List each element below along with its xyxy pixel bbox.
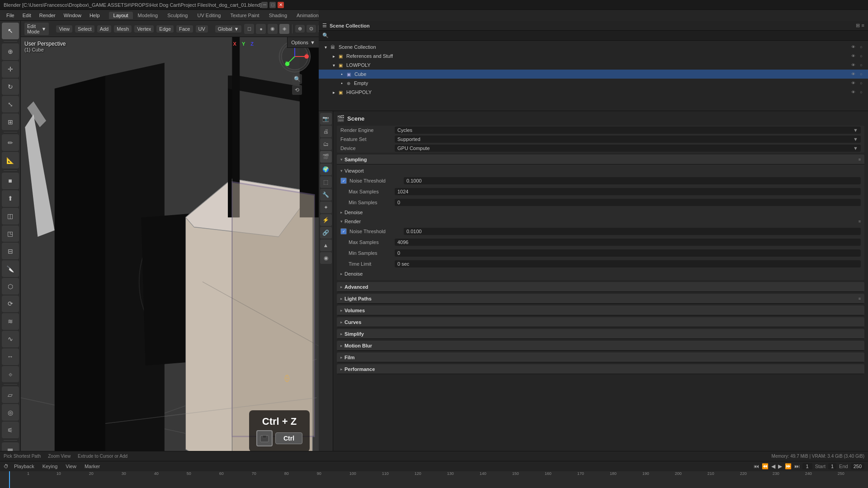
mesh-menu[interactable]: Mesh	[114, 25, 132, 33]
viewport-3d[interactable]: User Perspective (1) Cube X Y Z X Y Z	[21, 37, 319, 461]
tab-layout[interactable]: Layout	[109, 12, 133, 19]
outliner-menu-icon[interactable]: ≡	[862, 23, 864, 28]
tool-rotate[interactable]: ↻	[2, 79, 19, 95]
render-min-samples-value[interactable]: 0	[395, 249, 861, 257]
tree-item-lowpoly[interactable]: ▾ ▣ LOWPOLY 👁 ○	[319, 61, 868, 70]
marker-menu[interactable]: Marker	[82, 464, 103, 469]
frame-current-display[interactable]: 1	[802, 463, 812, 469]
prop-scene-btn[interactable]: 🎬	[320, 151, 332, 163]
tool-move[interactable]: ✛	[2, 61, 19, 78]
select-menu[interactable]: Select	[75, 25, 94, 33]
tool-to-sphere[interactable]: ◎	[2, 404, 19, 421]
solid-btn[interactable]: ●	[256, 24, 266, 34]
eye-icon-ref[interactable]: 👁	[850, 53, 856, 59]
material-btn[interactable]: ◉	[268, 24, 278, 34]
prop-render-btn[interactable]: 📷	[320, 113, 332, 125]
next-frame-btn[interactable]: ⏩	[785, 463, 792, 469]
render-subsection-header[interactable]: ▾ Render ≡	[340, 218, 861, 225]
eye-icon-cube[interactable]: 👁	[850, 71, 856, 77]
tree-item-cube[interactable]: • ▣ Cube 👁 ○	[319, 70, 868, 79]
wireframe-btn[interactable]: ◻	[244, 24, 254, 34]
prop-constraints-btn[interactable]: 🔗	[320, 227, 332, 239]
motion-blur-header[interactable]: ▸ Motion Blur	[337, 341, 864, 351]
outliner-filter-icon[interactable]: ⊞	[856, 23, 860, 28]
performance-header[interactable]: ▸ Performance	[337, 364, 864, 374]
advanced-header[interactable]: ▸ Advanced	[337, 282, 864, 292]
curves-header[interactable]: ▸ Curves	[337, 317, 864, 327]
rendered-btn[interactable]: ◈	[279, 24, 289, 34]
tool-poly-build[interactable]: ⬡	[2, 278, 19, 295]
tab-texture-paint[interactable]: Texture Paint	[226, 12, 264, 19]
restrict-icon-empty[interactable]: ○	[858, 80, 864, 86]
tool-rip[interactable]: ⚟	[2, 422, 19, 438]
tab-uv-editing[interactable]: UV Editing	[193, 12, 225, 19]
render-engine-value[interactable]: Cycles ▼	[395, 127, 861, 134]
prop-world-btn[interactable]: 🌍	[320, 164, 332, 175]
prop-particles-btn[interactable]: ✦	[320, 202, 332, 213]
tree-item-references[interactable]: ▸ ▣ References and Stuff 👁 ○	[319, 52, 868, 61]
jump-start-btn[interactable]: ⏮	[754, 463, 759, 469]
restrict-icon-highpoly[interactable]: ○	[858, 89, 864, 95]
time-limit-value[interactable]: 0 sec	[395, 260, 861, 267]
prop-material-btn[interactable]: ◉	[320, 252, 332, 264]
play-reverse-btn[interactable]: ◀	[771, 463, 775, 469]
view-menu[interactable]: View	[56, 25, 72, 33]
min-samples-value[interactable]: 0	[395, 199, 861, 206]
noise-threshold-checkbox[interactable]: ✓	[340, 178, 347, 184]
transform-orientation[interactable]: Global ▼	[215, 25, 242, 33]
edge-menu[interactable]: Edge	[156, 25, 174, 33]
tool-transform[interactable]: ⊞	[2, 113, 19, 130]
tool-loop-cut[interactable]: ⊟	[2, 243, 19, 259]
tool-shrink-fatten[interactable]: ⟐	[2, 366, 19, 383]
eye-icon-highpoly[interactable]: 👁	[850, 89, 856, 95]
search-input[interactable]	[330, 33, 864, 38]
prop-modifier-btn[interactable]: 🔧	[320, 189, 332, 201]
menu-help[interactable]: Help	[86, 12, 104, 19]
frame-start-value[interactable]: 1	[828, 463, 836, 469]
menu-file[interactable]: File	[3, 12, 18, 19]
tree-item-empty[interactable]: • ⊕ Empty 👁 ○	[319, 79, 868, 88]
feature-set-value[interactable]: Supported ▼	[395, 136, 861, 143]
tool-cursor[interactable]: ⊕	[2, 43, 19, 60]
simplify-header[interactable]: ▸ Simplify	[337, 329, 864, 339]
gizmo-toggle[interactable]: ⊕	[295, 25, 305, 33]
zoom-out-btn[interactable]: ⟲	[292, 85, 302, 95]
tool-edge-slide[interactable]: ↔	[2, 348, 19, 365]
playback-menu[interactable]: Playback	[11, 464, 37, 469]
menu-edit[interactable]: Edit	[19, 12, 35, 19]
close-button[interactable]: ✕	[278, 2, 284, 8]
restrict-icon-cube[interactable]: ○	[858, 71, 864, 77]
eye-icon-lowpoly[interactable]: 👁	[850, 62, 856, 68]
render-noise-checkbox[interactable]: ✓	[340, 228, 347, 235]
render-max-samples-value[interactable]: 4096	[395, 239, 861, 246]
volumes-header[interactable]: ▸ Volumes	[337, 305, 864, 315]
tool-bevel[interactable]: ◳	[2, 225, 19, 242]
prop-physics-btn[interactable]: ⚡	[320, 214, 332, 226]
tool-knife[interactable]: 🔪	[2, 260, 19, 277]
uv-menu[interactable]: UV	[196, 25, 208, 33]
max-samples-value[interactable]: 1024	[395, 188, 861, 195]
maximize-button[interactable]: □	[269, 2, 276, 8]
timeline-view-menu[interactable]: View	[63, 464, 79, 469]
device-value[interactable]: GPU Compute ▼	[395, 145, 861, 152]
minimize-button[interactable]: ─	[261, 2, 268, 8]
mode-select[interactable]: Edit Mode ▼	[24, 23, 49, 35]
tree-item-scene-collection[interactable]: ▾ 🏛 Scene Collection 👁 ○	[319, 42, 868, 52]
tool-extrude[interactable]: ⬆	[2, 190, 19, 207]
tool-scale[interactable]: ⤡	[2, 96, 19, 113]
tool-shear[interactable]: ▱	[2, 386, 19, 403]
frame-end-value[interactable]: 250	[851, 463, 864, 469]
prop-view-layer-btn[interactable]: 🗂	[320, 138, 332, 150]
vertex-menu[interactable]: Vertex	[134, 25, 154, 33]
film-header[interactable]: ▸ Film	[337, 352, 864, 362]
tool-measure[interactable]: 📐	[2, 152, 19, 169]
tool-select[interactable]: ↖	[2, 23, 19, 39]
prop-object-data-btn[interactable]: ▲	[320, 239, 332, 251]
light-paths-header[interactable]: ▸ Light Paths ≡	[337, 294, 864, 304]
eye-icon-scene[interactable]: 👁	[850, 44, 856, 50]
eye-icon-empty[interactable]: 👁	[850, 80, 856, 86]
tool-annotate[interactable]: ✏	[2, 134, 19, 151]
add-menu[interactable]: Add	[97, 25, 112, 33]
prev-frame-btn[interactable]: ⏪	[762, 463, 769, 469]
tab-shading[interactable]: Shading	[264, 12, 292, 19]
